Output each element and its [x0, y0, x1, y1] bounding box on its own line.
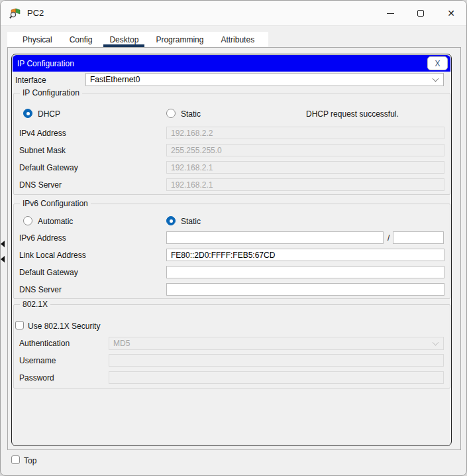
ipv4-static-radio[interactable] [166, 109, 176, 118]
ipv4-address-label: IPv4 Address [19, 129, 66, 138]
tab-programming[interactable]: Programming [147, 32, 212, 47]
ipv6-automatic-radio[interactable] [23, 216, 32, 225]
authentication-selected-value: MD5 [113, 339, 130, 348]
ipv4-static-radio-label[interactable]: Static [181, 109, 201, 119]
tab-physical[interactable]: Physical [14, 32, 61, 47]
ipv6-dns-server-label: DNS Server [19, 285, 62, 294]
ipv6-default-gateway-field[interactable] [166, 266, 444, 278]
top-checkbox-label[interactable]: Top [24, 456, 36, 465]
username-field [109, 354, 444, 367]
dialog-close-button[interactable]: X [427, 56, 448, 70]
cursor-artifact [1, 241, 5, 263]
maximize-button[interactable] [405, 1, 436, 26]
interface-selected-value: FastEthernet0 [90, 75, 140, 84]
tab-desktop[interactable]: Desktop [101, 32, 147, 47]
interface-label: Interface [15, 76, 46, 85]
ipv6-prefix-separator: / [388, 233, 389, 243]
chevron-down-icon [433, 339, 439, 346]
ip-configuration-legend: IP Configuration [20, 88, 82, 97]
packet-tracer-app-icon [9, 7, 21, 19]
minimize-button[interactable] [375, 1, 405, 26]
tab-config[interactable]: Config [61, 32, 101, 47]
ipv6-automatic-radio-label[interactable]: Automatic [38, 217, 73, 226]
ipv6-address-field[interactable] [166, 231, 384, 244]
subnet-mask-label: Subnet Mask [19, 146, 66, 155]
link-local-address-label: Link Local Address [19, 251, 86, 260]
use-dot1x-security-checkbox[interactable] [15, 321, 24, 329]
ipv6-default-gateway-label: Default Gateway [19, 268, 78, 277]
maximize-icon [417, 10, 424, 17]
chevron-down-icon [433, 76, 439, 82]
authentication-label: Authentication [19, 339, 70, 348]
use-dot1x-security-label[interactable]: Use 802.1X Security [28, 322, 100, 331]
pc-device-window: PC2 ✕ Physical Config Desktop Programmin… [0, 0, 467, 476]
password-label: Password [19, 373, 54, 383]
tab-strip: Physical Config Desktop Programming Attr… [7, 32, 268, 47]
ipv4-address-field [166, 127, 444, 139]
dot1x-legend: 802.1X [20, 300, 50, 309]
close-button[interactable]: ✕ [436, 1, 466, 26]
ipv4-dns-server-field [166, 178, 444, 191]
ipv4-default-gateway-field [166, 161, 444, 174]
window-controls: ✕ [375, 1, 466, 26]
ipv6-static-radio[interactable] [166, 216, 176, 225]
window-title: PC2 [27, 8, 44, 18]
ipv6-address-label: IPv6 Address [19, 233, 66, 243]
dialog-title: IP Configuration [17, 59, 74, 68]
tab-attributes[interactable]: Attributes [212, 32, 263, 47]
ipv6-prefix-field[interactable] [393, 231, 444, 244]
authentication-select: MD5 [109, 337, 444, 350]
minimize-icon [387, 13, 394, 14]
close-icon: ✕ [447, 9, 455, 18]
password-field [109, 371, 444, 384]
top-checkbox[interactable] [11, 455, 20, 464]
ipv4-dns-server-label: DNS Server [19, 180, 62, 190]
ipv6-static-radio-label[interactable]: Static [181, 217, 201, 226]
subnet-mask-field [166, 144, 444, 156]
title-bar: PC2 ✕ [1, 1, 466, 26]
interface-select[interactable]: FastEthernet0 [85, 73, 444, 86]
dhcp-status-text: DHCP request successful. [306, 109, 399, 119]
dhcp-radio-label[interactable]: DHCP [38, 109, 60, 119]
dialog-title-bar: IP Configuration X [13, 55, 450, 72]
ipv6-configuration-legend: IPv6 Configuration [20, 199, 91, 208]
link-local-address-field[interactable] [166, 249, 444, 261]
ipv4-default-gateway-label: Default Gateway [19, 163, 78, 172]
ipv6-dns-server-field[interactable] [166, 283, 444, 296]
username-label: Username [19, 356, 56, 365]
dhcp-radio[interactable] [23, 109, 32, 118]
